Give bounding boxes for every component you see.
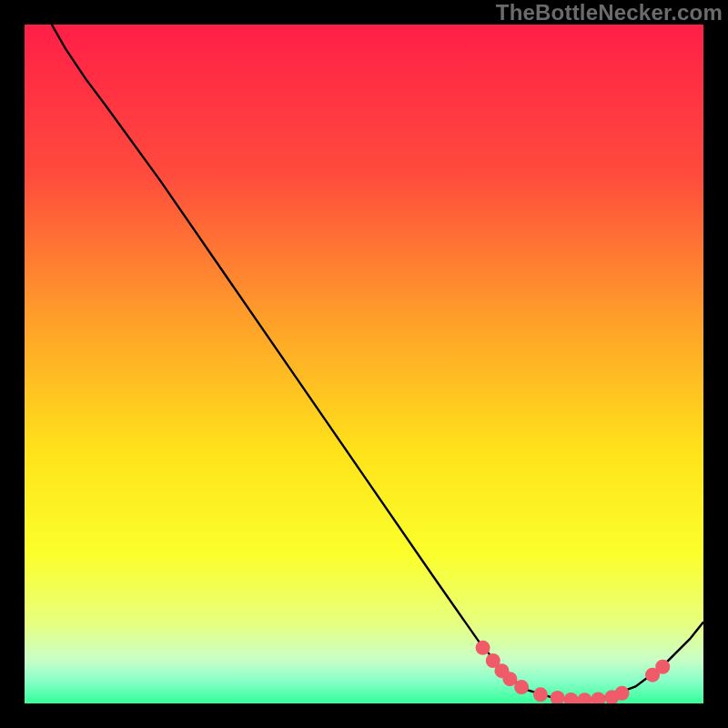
chart-frame: TheBottleNecker.com xyxy=(0,0,728,728)
gradient-background xyxy=(25,25,703,703)
chart-svg xyxy=(25,25,703,703)
data-marker xyxy=(533,687,548,702)
attribution-label: TheBottleNecker.com xyxy=(496,0,723,25)
plot-area xyxy=(25,25,703,703)
data-marker xyxy=(476,641,490,655)
data-marker xyxy=(655,660,670,674)
data-marker xyxy=(514,680,529,694)
data-marker xyxy=(614,686,629,701)
